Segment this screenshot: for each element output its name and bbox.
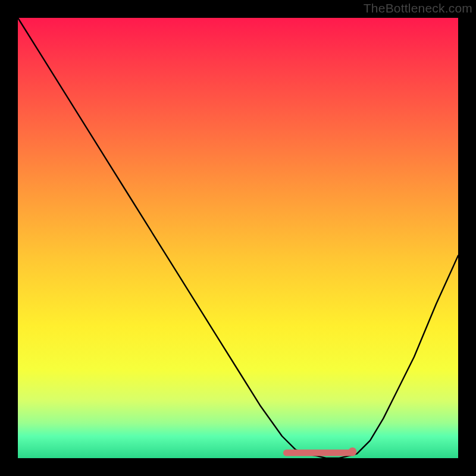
bottleneck-curve (18, 18, 458, 458)
watermark-label: TheBottleneck.com (364, 1, 472, 15)
plot-area (18, 18, 458, 458)
chart-svg (18, 18, 458, 458)
minimum-end-dot (348, 447, 356, 456)
chart-frame: TheBottleneck.com (0, 0, 476, 476)
